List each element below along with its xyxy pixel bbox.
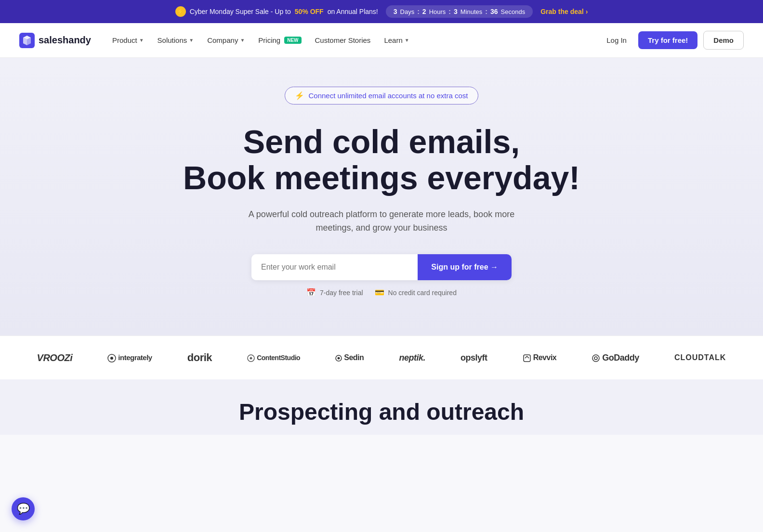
hours-number: 2 bbox=[422, 8, 426, 15]
nav-actions: Log In Try for free! Demo bbox=[601, 31, 744, 50]
countdown-timer: 3 Days : 2 Hours : 3 Minutes : 36 Second… bbox=[386, 5, 533, 18]
nav-learn[interactable]: Learn ▼ bbox=[378, 32, 415, 48]
trust-no-card: 💳 No credit card required bbox=[375, 288, 457, 297]
minutes-label: Minutes bbox=[460, 8, 483, 15]
nav-solutions[interactable]: Solutions ▼ bbox=[152, 32, 200, 48]
days-number: 3 bbox=[394, 8, 397, 15]
svg-point-2 bbox=[110, 357, 113, 360]
logo[interactable]: saleshandy bbox=[19, 33, 91, 48]
lightning-icon: ⚡ bbox=[175, 6, 186, 17]
separator-1: : bbox=[417, 8, 420, 15]
nav-company[interactable]: Company ▼ bbox=[201, 32, 250, 48]
bottom-teaser-title: Prospecting and outreach bbox=[10, 399, 753, 425]
trust-trial-label: 7-day free trial bbox=[320, 289, 363, 297]
hero-badge-text: Connect unlimited email accounts at no e… bbox=[308, 91, 468, 100]
calendar-icon: 📅 bbox=[306, 288, 316, 297]
banner-post-text: on Annual Plans! bbox=[328, 8, 378, 15]
days-label: Days bbox=[400, 8, 415, 15]
hero-title-line1: Send cold emails, bbox=[243, 123, 520, 160]
company-chevron-icon: ▼ bbox=[240, 38, 245, 43]
navbar: saleshandy Product ▼ Solutions ▼ Company… bbox=[0, 23, 763, 58]
logo-opslyft: opslyft bbox=[460, 353, 487, 363]
product-chevron-icon: ▼ bbox=[139, 38, 144, 43]
separator-2: : bbox=[448, 8, 451, 15]
demo-button[interactable]: Demo bbox=[703, 31, 744, 50]
separator-3: : bbox=[485, 8, 487, 15]
hero-section: ⚡ Connect unlimited email accounts at no… bbox=[0, 58, 763, 336]
signup-button[interactable]: Sign up for free → bbox=[418, 254, 512, 280]
try-free-button[interactable]: Try for free! bbox=[638, 31, 697, 49]
hero-subtitle: A powerful cold outreach platform to gen… bbox=[232, 208, 531, 235]
logo-sedin: Sedin bbox=[335, 353, 364, 362]
hours-label: Hours bbox=[429, 8, 446, 15]
logos-section: VROOZi integrately dorik ContentStudio S… bbox=[0, 336, 763, 379]
banner-message: ⚡ Cyber Monday Super Sale - Up to 50% OF… bbox=[175, 6, 378, 17]
logo-cloudtalk: CLOUDTALK bbox=[674, 353, 726, 362]
hero-title-line2: Book meetings everyday! bbox=[183, 159, 580, 196]
top-banner: ⚡ Cyber Monday Super Sale - Up to 50% OF… bbox=[0, 0, 763, 23]
hero-title: Send cold emails, Book meetings everyday… bbox=[165, 124, 598, 196]
logo-neptik: neptik. bbox=[399, 353, 425, 363]
svg-point-5 bbox=[338, 357, 340, 359]
hero-badge: ⚡ Connect unlimited email accounts at no… bbox=[285, 87, 478, 104]
email-signup-form: Sign up for free → bbox=[251, 254, 512, 280]
trust-row: 📅 7-day free trial 💳 No credit card requ… bbox=[10, 288, 753, 297]
email-input[interactable] bbox=[251, 254, 418, 280]
nav-product[interactable]: Product ▼ bbox=[106, 32, 150, 48]
seconds-number: 36 bbox=[490, 8, 498, 15]
solutions-chevron-icon: ▼ bbox=[189, 38, 194, 43]
trust-trial: 📅 7-day free trial bbox=[306, 288, 363, 297]
svg-point-7 bbox=[592, 355, 599, 362]
svg-point-8 bbox=[594, 357, 597, 360]
logo-vroozi: VROOZi bbox=[37, 352, 73, 363]
grab-deal-link[interactable]: Grab the deal › bbox=[540, 8, 588, 15]
bottom-teaser: Prospecting and outreach bbox=[0, 379, 763, 435]
pricing-new-badge: NEW bbox=[284, 37, 301, 44]
nav-pricing[interactable]: Pricing NEW bbox=[252, 32, 307, 48]
nav-customer-stories[interactable]: Customer Stories bbox=[309, 32, 377, 48]
logo-dorik: dorik bbox=[187, 351, 212, 364]
logo-revvix: Revvix bbox=[523, 353, 557, 363]
credit-card-icon: 💳 bbox=[375, 288, 384, 297]
trust-no-card-label: No credit card required bbox=[388, 289, 457, 297]
login-button[interactable]: Log In bbox=[601, 32, 632, 48]
learn-chevron-icon: ▼ bbox=[405, 38, 409, 43]
logo-godaddy: GoDaddy bbox=[592, 353, 639, 363]
banner-highlight: 50% OFF bbox=[295, 8, 324, 15]
nav-links: Product ▼ Solutions ▼ Company ▼ Pricing … bbox=[106, 32, 601, 48]
logo-integrately: integrately bbox=[107, 353, 152, 363]
minutes-number: 3 bbox=[454, 8, 458, 15]
badge-lightning-icon: ⚡ bbox=[295, 91, 304, 100]
logo-contentstudio: ContentStudio bbox=[247, 354, 300, 362]
banner-pre-text: Cyber Monday Super Sale - Up to bbox=[190, 8, 291, 15]
seconds-label: Seconds bbox=[501, 8, 526, 15]
